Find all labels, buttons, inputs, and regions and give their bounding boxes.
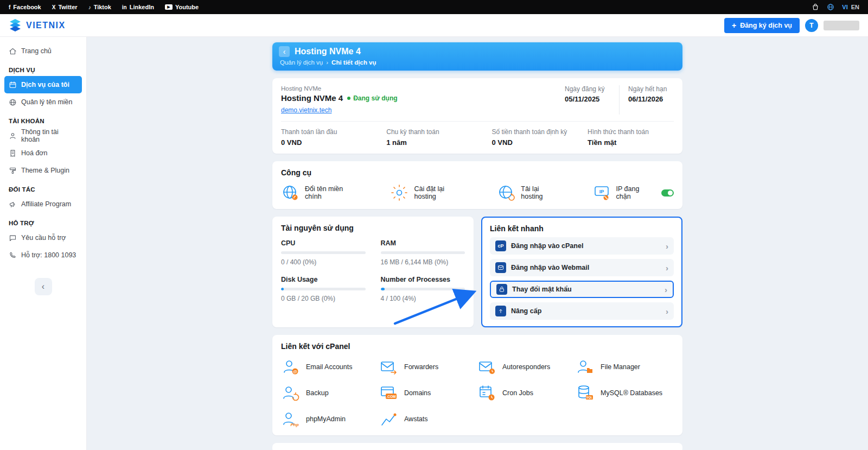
tiktok-link[interactable]: ♪ Tiktok	[88, 4, 111, 10]
theme-brush-icon	[9, 167, 17, 175]
tool-reload-hosting[interactable]: Tải lại hosting	[497, 183, 560, 202]
facebook-link[interactable]: f Facebook	[9, 4, 41, 10]
home-icon	[9, 47, 17, 55]
avatar[interactable]: T	[805, 19, 818, 32]
cpanel-link-label: MySQL® Databases	[601, 389, 662, 397]
cpanel-link-phpmyadmin[interactable]: Php phpMyAdmin	[281, 410, 379, 428]
cpanel-link-backup[interactable]: Backup	[281, 384, 379, 402]
sidebar-item-invoices[interactable]: Hoá đơn	[4, 144, 82, 162]
sql-glyph: SQL	[586, 396, 593, 399]
cpanel-link-file-manager[interactable]: File Manager	[576, 358, 674, 376]
sidebar-item-label: Hỗ trợ: 1800 1093	[21, 251, 76, 259]
linkedin-icon: in	[122, 4, 127, 10]
sidebar-item-home[interactable]: Trang chủ	[4, 42, 82, 60]
register-service-button[interactable]: + Đăng ký dịch vụ	[724, 18, 800, 33]
vietnix-logo[interactable]: VIETNIX	[9, 18, 66, 33]
quick-link-cpanel-login[interactable]: cP Đăng nhập vào cPanel ›	[490, 237, 674, 255]
tool-reinstall-hosting[interactable]: Cài đặt lại hosting	[390, 183, 465, 202]
globe-edit-icon	[281, 183, 299, 202]
tiktok-icon: ♪	[88, 4, 91, 10]
sidebar-section-account: TÀI KHOẢN	[9, 118, 78, 124]
tool-blocked-ip[interactable]: IP IP đang chặn	[592, 183, 674, 202]
upgrade-icon	[495, 306, 506, 316]
user-icon	[9, 132, 17, 140]
twitter-icon: X	[52, 4, 56, 10]
resources-card: Tài nguyên sử dụng CPU 0 / 400 (0%) RAM …	[272, 217, 474, 327]
sidebar-section-services: DỊCH VỤ	[9, 67, 78, 73]
awstats-icon	[379, 410, 398, 428]
sidebar-item-label: Dịch vụ của tôi	[21, 81, 69, 88]
chevron-left-icon: ‹	[42, 282, 44, 291]
services-icon	[9, 81, 17, 89]
sidebar-item-my-services[interactable]: Dịch vụ của tôi	[4, 76, 82, 93]
divider	[619, 85, 620, 115]
ip-block-toggle[interactable]	[661, 189, 674, 197]
processes-progress-track	[381, 288, 465, 290]
brand-name: VIETNIX	[26, 21, 66, 30]
chevron-right-icon: ›	[666, 307, 668, 316]
cpanel-link-label: Domains	[404, 389, 431, 397]
cpanel-link-label: Cron Jobs	[502, 389, 533, 397]
resource-cpu: CPU 0 / 400 (0%)	[281, 239, 366, 266]
topbar: f Facebook X Twitter ♪ Tiktok in LinkedI…	[0, 0, 868, 14]
resources-title: Tài nguyên sử dụng	[281, 224, 465, 232]
resource-processes: Number of Processes 4 / 100 (4%)	[381, 276, 465, 302]
breadcrumb-parent[interactable]: Quản lý dịch vụ	[280, 59, 323, 66]
sidebar-item-label: Thông tin tài khoản	[21, 128, 78, 143]
breadcrumb: Quản lý dịch vụ › Chi tiết dịch vụ	[280, 59, 676, 66]
phone-icon	[9, 251, 17, 259]
lang-en-button[interactable]: EN	[851, 4, 859, 10]
language-switcher: VI EN	[842, 4, 859, 10]
chevron-right-icon: ›	[665, 285, 667, 294]
disk-progress-track	[281, 288, 366, 290]
chevron-left-icon: ‹	[283, 47, 286, 56]
sidebar-item-theme-plugin[interactable]: Theme & Plugin	[4, 162, 82, 179]
chevron-right-icon: ›	[666, 263, 668, 272]
quick-link-change-password[interactable]: Thay đổi mật khẩu ›	[490, 281, 674, 298]
invoice-icon	[9, 149, 17, 157]
cpanel-link-label: Autoresponders	[502, 363, 550, 371]
sidebar-item-support-request[interactable]: Yêu cầu hỗ trợ	[4, 229, 82, 246]
sidebar-item-hotline[interactable]: Hỗ trợ: 1800 1093	[4, 246, 82, 264]
cpanel-link-domains[interactable]: .COM Domains	[379, 384, 477, 402]
quick-link-upgrade[interactable]: Nâng cấp ›	[490, 302, 674, 320]
sidebar-item-affiliate[interactable]: Affiliate Program	[4, 195, 82, 213]
cpanel-link-forwarders[interactable]: Forwarders	[379, 358, 477, 376]
cpanel-link-email-accounts[interactable]: @ Email Accounts	[281, 358, 379, 376]
quick-link-webmail-login[interactable]: Đăng nhập vào Webmail ›	[490, 259, 674, 276]
backup-icon	[281, 384, 299, 402]
tool-change-primary-domain[interactable]: Đổi tên miền chính	[281, 183, 359, 202]
expire-date-label: Ngày hết hạn	[628, 85, 674, 93]
back-button[interactable]: ‹	[279, 46, 290, 57]
linkedin-link[interactable]: in LinkedIn	[122, 4, 154, 10]
tool-label: Cài đặt lại hosting	[414, 185, 465, 200]
status-dot-icon	[347, 97, 350, 100]
cpanel-link-mysql[interactable]: SQL MySQL® Databases	[576, 384, 674, 402]
sidebar-item-label: Trang chủ	[21, 47, 52, 55]
cpanel-link-cron-jobs[interactable]: Cron Jobs	[477, 384, 576, 402]
tools-card: Công cụ Đổi tên miền chính	[272, 161, 682, 209]
linkedin-label: LinkedIn	[130, 4, 154, 10]
vietnix-logo-icon	[9, 18, 22, 33]
youtube-icon: ▶	[165, 4, 173, 10]
sidebar-item-label: Theme & Plugin	[21, 167, 69, 174]
domains-icon: .COM	[379, 384, 398, 402]
sidebar-item-account-info[interactable]: Thông tin tài khoản	[4, 127, 82, 144]
twitter-link[interactable]: X Twitter	[52, 4, 78, 10]
sidebar-item-domains[interactable]: Quản lý tên miền	[4, 93, 82, 111]
globe-reload-icon	[497, 183, 515, 202]
service-domain-link[interactable]: demo.vietnix.tech	[281, 106, 331, 114]
cpanel-link-autoresponders[interactable]: Autoresponders	[477, 358, 576, 376]
billing-col-first-payment: Thanh toán lần đầu 0 VND	[281, 128, 386, 147]
lang-vi-button[interactable]: VI	[842, 4, 847, 10]
cart-icon[interactable]	[812, 3, 819, 11]
facebook-icon: f	[9, 4, 10, 10]
sidebar-collapse-button[interactable]: ‹	[35, 278, 52, 295]
resource-disk: Disk Usage 0 GB / 20 GB (0%)	[281, 276, 366, 302]
billing-col-method: Hình thức thanh toán Tiền mặt	[588, 128, 674, 147]
cpanel-link-awstats[interactable]: Awstats	[379, 410, 477, 428]
youtube-link[interactable]: ▶ Youtube	[165, 4, 199, 10]
cpanel-links-card: Liên kết với cPanel @ Email Accounts	[272, 335, 682, 435]
sidebar-item-label: Quản lý tên miền	[21, 98, 73, 106]
youtube-label: Youtube	[175, 4, 199, 10]
